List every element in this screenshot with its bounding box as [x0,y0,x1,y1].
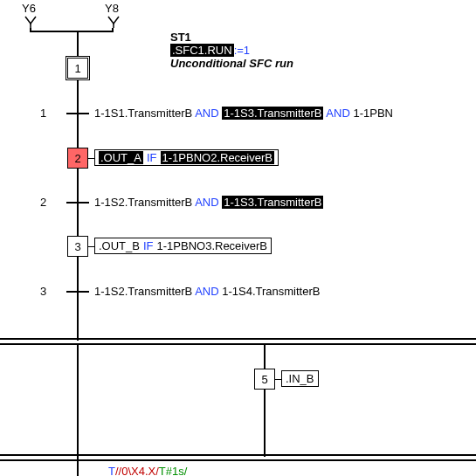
header-subtitle: Unconditional SFC run [170,57,293,70]
step-5-label: 5 [261,373,267,386]
step-3-label: 3 [74,240,80,253]
step-1-label: 1 [74,62,80,75]
t3-b: 1-1S4.TransmitterB [222,285,320,298]
y6-stub [30,28,31,31]
step-2-label: 2 [74,152,80,165]
assign-op: :=1 [234,44,250,57]
y6-arrow-icon [24,16,37,28]
footer-t: T [108,465,115,476]
t3-and: AND [195,285,218,298]
t3-a: 1-1S2.TransmitterB [94,285,192,298]
a2-if: IF [147,151,157,164]
step-5[interactable]: 5 [254,369,275,390]
step3-action[interactable]: .OUT_B IF 1-1PBNO3.ReceiverB [94,238,272,254]
t1-expr: 1-1S1.TransmitterB AND 1-1S3.Transmitter… [94,107,393,120]
step-3[interactable]: 3 [67,236,88,257]
y8-stub [112,28,114,31]
t1-b: 1-1S3.TransmitterB [222,107,323,120]
t2-a: 1-1S2.TransmitterB [94,196,192,209]
y6-label: Y6 [22,2,36,15]
step2-action[interactable]: .OUT_A IF 1-1PBNO2.ReceiverB [94,149,279,166]
t2-and: AND [195,196,218,209]
t1-and2: AND [326,107,349,120]
st1-title: ST1 [170,31,293,44]
a2-out: .OUT_A [99,151,143,164]
step-2[interactable]: 2 [67,148,88,169]
footer-tail: T#1s/ [159,465,188,476]
a3-if: IF [143,239,154,252]
sfc-assign-line: .SFC1.RUN:=1 [170,44,293,57]
t2-number: 2 [40,196,46,209]
t2-expr: 1-1S2.TransmitterB AND 1-1S3.Transmitter… [94,196,323,209]
t3-number: 3 [40,285,46,298]
t2-b: 1-1S3.TransmitterB [222,196,323,209]
header-block: ST1 .SFC1.RUN:=1 Unconditional SFC run [170,31,293,70]
parallel-convergence [0,454,476,461]
a2-cond: 1-1PBNO2.ReceiverB [161,151,274,164]
top-hline [30,31,114,32]
footer-expr: T//0\X4.X/T#1s/ [108,465,187,476]
parallel-divergence [0,338,476,345]
y8-label: Y8 [105,2,119,15]
t2-mark [66,202,89,204]
t1-c: 1-1PBN [353,107,393,120]
t3-expr: 1-1S2.TransmitterB AND 1-1S4.Transmitter… [94,285,320,298]
t1-and1: AND [195,107,218,120]
a3-cond: 1-1PBNO3.ReceiverB [157,239,267,252]
t1-a: 1-1S1.TransmitterB [94,107,192,120]
a3-out: .OUT_B [99,239,140,252]
a5-out: .IN_B [286,372,314,385]
t1-number: 1 [40,107,46,120]
step-1[interactable]: 1 [66,56,90,80]
branch-right-vline [264,345,266,457]
y8-arrow-icon [107,16,120,28]
footer-mid: //0\X4.X/ [115,465,159,476]
t3-mark [66,291,89,293]
t1-mark [66,113,89,114]
sfc-token: .SFC1.RUN [170,44,234,57]
step5-action[interactable]: .IN_B [281,370,319,387]
